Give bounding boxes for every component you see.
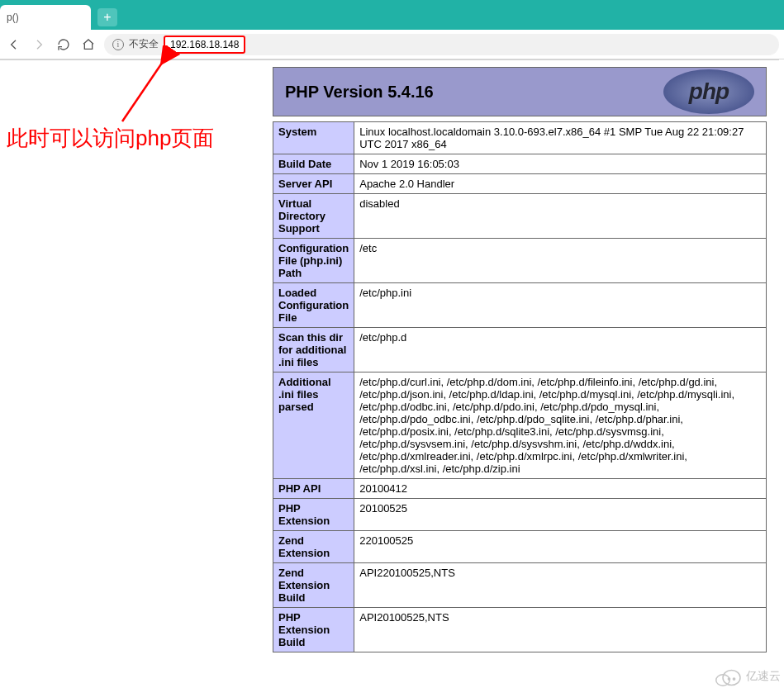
svg-line-0 <box>122 52 169 121</box>
annotation-arrow <box>99 45 198 136</box>
home-button[interactable] <box>79 36 97 54</box>
table-row: PHP Extension20100525 <box>273 499 767 531</box>
forward-button[interactable] <box>30 36 48 54</box>
plus-icon: + <box>103 10 111 25</box>
annotation-text: 此时可以访问php页面 <box>7 124 214 153</box>
phpinfo-table: SystemLinux localhost.localdomain 3.10.0… <box>273 121 767 652</box>
php-logo-text: php <box>689 78 729 105</box>
info-key: Additional .ini files parsed <box>273 372 354 479</box>
browser-tab-active[interactable]: p() <box>0 5 91 30</box>
info-value: disabled <box>354 194 767 239</box>
reload-button[interactable] <box>55 36 73 54</box>
info-value: /etc/php.d <box>354 328 767 372</box>
table-row: Additional .ini files parsed/etc/php.d/c… <box>273 372 767 479</box>
table-row: Scan this dir for additional .ini files/… <box>273 328 767 372</box>
table-row: SystemLinux localhost.localdomain 3.10.0… <box>273 122 767 154</box>
page-viewport[interactable]: PHP Version 5.4.16 php SystemLinux local… <box>0 59 779 688</box>
info-value: /etc <box>354 239 767 283</box>
info-key: Zend Extension Build <box>273 563 354 608</box>
info-value: Apache 2.0 Handler <box>354 174 767 194</box>
cloud-icon <box>713 667 743 686</box>
info-value: Linux localhost.localdomain 3.10.0-693.e… <box>354 122 767 154</box>
info-value: /etc/php.d/curl.ini, /etc/php.d/dom.ini,… <box>354 372 767 479</box>
table-row: Virtual Directory Supportdisabled <box>273 194 767 239</box>
table-row: Zend Extension220100525 <box>273 531 767 563</box>
info-value: 220100525 <box>354 531 767 563</box>
info-value: Nov 1 2019 16:05:03 <box>354 154 767 174</box>
table-row: PHP API20100412 <box>273 479 767 499</box>
info-value: 20100412 <box>354 479 767 499</box>
watermark: 亿速云 <box>713 667 781 686</box>
info-value: API20100525,NTS <box>354 608 767 652</box>
svg-point-3 <box>728 677 731 681</box>
tab-title: p() <box>7 12 19 23</box>
php-logo: php <box>663 69 754 114</box>
phpinfo-header: PHP Version 5.4.16 php <box>273 67 767 116</box>
table-row: Configuration File (php.ini) Path/etc <box>273 239 767 283</box>
svg-point-4 <box>733 677 736 681</box>
browser-tab-strip: p() + <box>0 0 784 30</box>
address-bar[interactable]: i 不安全 192.168.18.148 <box>104 34 779 55</box>
phpinfo-container: PHP Version 5.4.16 php SystemLinux local… <box>273 67 767 652</box>
table-row: Zend Extension BuildAPI220100525,NTS <box>273 563 767 608</box>
info-value: 20100525 <box>354 499 767 531</box>
php-version-title: PHP Version 5.4.16 <box>285 83 434 102</box>
info-key: PHP API <box>273 479 354 499</box>
info-key: Zend Extension <box>273 531 354 563</box>
watermark-text: 亿速云 <box>746 669 781 684</box>
info-key: PHP Extension Build <box>273 608 354 652</box>
info-value: /etc/php.ini <box>354 283 767 328</box>
table-row: Loaded Configuration File/etc/php.ini <box>273 283 767 328</box>
info-key: Server API <box>273 174 354 194</box>
info-key: PHP Extension <box>273 499 354 531</box>
new-tab-button[interactable]: + <box>97 8 117 26</box>
info-key: System <box>273 122 354 154</box>
table-row: Server APIApache 2.0 Handler <box>273 174 767 194</box>
back-button[interactable] <box>5 36 23 54</box>
svg-point-2 <box>723 671 740 686</box>
info-key: Virtual Directory Support <box>273 194 354 239</box>
info-value: API220100525,NTS <box>354 563 767 608</box>
table-row: PHP Extension BuildAPI20100525,NTS <box>273 608 767 652</box>
table-row: Build DateNov 1 2019 16:05:03 <box>273 154 767 174</box>
info-key: Scan this dir for additional .ini files <box>273 328 354 372</box>
info-key: Build Date <box>273 154 354 174</box>
info-key: Loaded Configuration File <box>273 283 354 328</box>
info-key: Configuration File (php.ini) Path <box>273 239 354 283</box>
